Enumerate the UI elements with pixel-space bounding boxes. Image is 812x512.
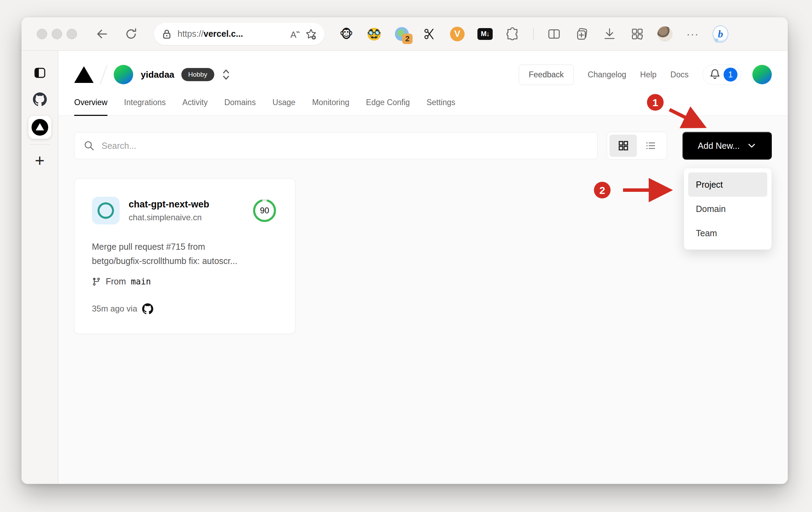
downloads-button[interactable] <box>602 26 617 42</box>
address-bar[interactable]: https://vercel.c... A⌁ <box>154 23 325 45</box>
docs-link[interactable]: Docs <box>671 70 689 79</box>
plan-badge: Hobby <box>181 68 214 81</box>
notifications-button[interactable]: 1 <box>702 65 741 85</box>
branch-row: From main <box>92 276 278 287</box>
tab-monitoring[interactable]: Monitoring <box>312 98 349 116</box>
bing-chat-button[interactable]: b <box>712 26 728 42</box>
notification-count-badge: 1 <box>724 68 737 82</box>
branch-name: main <box>131 277 151 287</box>
refresh-button[interactable] <box>124 27 138 41</box>
tab-integrations[interactable]: Integrations <box>124 98 166 116</box>
bell-icon <box>708 68 722 82</box>
split-screen-button[interactable] <box>546 26 562 42</box>
face-extension-button[interactable]: 🥸 <box>366 26 382 42</box>
download-icon <box>602 27 617 41</box>
monkey-icon: 🐵 <box>339 27 353 41</box>
sidebar-toggle-button[interactable] <box>33 66 47 80</box>
git-branch-icon <box>92 277 101 286</box>
deploy-time: 35m ago via <box>92 304 137 314</box>
vercel-tab-bar: Overview Integrations Activity Domains U… <box>58 92 788 116</box>
vercel-logo[interactable] <box>74 66 94 83</box>
bing-icon: b <box>712 25 728 43</box>
markdown-extension-button[interactable]: M↓ <box>477 26 493 42</box>
sidebar-tab-github[interactable] <box>33 92 47 106</box>
add-new-label: Add New... <box>698 141 740 151</box>
tab-usage[interactable]: Usage <box>273 98 295 116</box>
extensions-row: 🐵 🥸 2 V M↓ <box>338 26 728 42</box>
minimize-window-button[interactable] <box>52 29 62 39</box>
changelog-link[interactable]: Changelog <box>588 70 626 79</box>
tab-overview[interactable]: Overview <box>74 98 107 116</box>
back-arrow-icon <box>95 27 109 41</box>
url-scheme: https:// <box>178 29 204 39</box>
chevron-updown-icon <box>221 67 232 82</box>
sidebar-tab-vercel-active[interactable] <box>28 116 51 139</box>
url-host: vercel.c... <box>204 29 243 39</box>
dropdown-item-project[interactable]: Project <box>688 172 767 197</box>
v-extension-button[interactable]: V <box>449 26 465 42</box>
list-view-button[interactable] <box>637 135 664 157</box>
breadcrumb-slash <box>100 65 107 84</box>
url-text: https://vercel.c... <box>178 29 285 39</box>
commit-message[interactable]: Merge pull request #715 from betgo/bugfi… <box>92 240 278 268</box>
scissors-extension-button[interactable] <box>422 26 438 42</box>
read-aloud-button[interactable]: A⌁ <box>291 27 300 40</box>
tab-activity[interactable]: Activity <box>182 98 208 116</box>
close-window-button[interactable] <box>37 29 47 39</box>
monkey-extension-button[interactable]: 🐵 <box>338 26 354 42</box>
chevron-down-icon <box>747 141 756 150</box>
grid-view-button[interactable] <box>610 135 637 157</box>
profile-button[interactable] <box>657 26 673 42</box>
collections-button[interactable] <box>574 26 590 42</box>
lock-icon <box>162 28 172 40</box>
help-link[interactable]: Help <box>640 70 656 79</box>
apps-button[interactable] <box>629 26 645 42</box>
browser-toolbar: https://vercel.c... A⌁ 🐵 🥸 2 V M↓ <box>21 17 788 51</box>
profile-avatar <box>657 26 673 42</box>
feedback-button[interactable]: Feedback <box>519 65 574 85</box>
add-favorite-star-icon[interactable] <box>305 28 317 40</box>
zoom-window-button[interactable] <box>67 29 77 39</box>
extensions-menu-button[interactable] <box>505 26 521 42</box>
tab-edge-config[interactable]: Edge Config <box>366 98 410 116</box>
settings-more-button[interactable]: ··· <box>685 26 701 42</box>
puzzle-icon <box>506 27 520 41</box>
vercel-page: yidadaa Hobby Feedback Changelog Help Do… <box>58 51 788 484</box>
github-icon <box>33 92 47 106</box>
orange-v-icon: V <box>450 27 465 41</box>
extension-count-badge: 2 <box>402 34 413 44</box>
markdown-icon: M↓ <box>477 28 493 40</box>
sidebar-divider <box>29 144 50 145</box>
project-card[interactable]: chat-gpt-next-web chat.simplenaive.cn 90 <box>74 178 295 334</box>
account-avatar[interactable] <box>752 65 772 84</box>
github-icon <box>142 303 153 314</box>
ellipsis-icon: ··· <box>686 28 699 40</box>
vercel-tab-icon <box>32 119 48 136</box>
dropdown-item-team[interactable]: Team <box>688 221 767 245</box>
score-value: 90 <box>251 197 278 224</box>
project-domain[interactable]: chat.simplenaive.cn <box>129 213 209 222</box>
browser-window: https://vercel.c... A⌁ 🐵 🥸 2 V M↓ <box>21 17 788 484</box>
project-name[interactable]: chat-gpt-next-web <box>129 199 209 210</box>
refresh-icon <box>124 27 138 41</box>
tab-settings[interactable]: Settings <box>426 98 455 116</box>
team-switcher-button[interactable] <box>221 67 232 82</box>
search-input[interactable] <box>102 141 588 151</box>
view-toggle <box>607 132 667 160</box>
panel-toggle-icon <box>33 66 47 80</box>
team-name[interactable]: yidadaa <box>141 69 174 80</box>
back-button[interactable] <box>95 27 109 41</box>
branch-label: From <box>106 276 126 287</box>
dropdown-item-domain[interactable]: Domain <box>688 197 767 221</box>
score-ring[interactable]: 90 <box>251 197 278 224</box>
vercel-main: Add New... <box>58 116 788 484</box>
new-tab-button[interactable]: + <box>35 152 44 169</box>
add-new-button[interactable]: Add New... <box>682 132 772 160</box>
add-new-dropdown: Project Domain Team <box>684 168 772 250</box>
search-box <box>74 132 598 159</box>
badge-extension-button[interactable]: 2 <box>394 26 410 42</box>
project-favicon-tile <box>92 197 120 224</box>
vercel-header: yidadaa Hobby Feedback Changelog Help Do… <box>58 51 788 92</box>
tab-domains[interactable]: Domains <box>224 98 256 116</box>
apps-grid-icon <box>630 27 645 41</box>
